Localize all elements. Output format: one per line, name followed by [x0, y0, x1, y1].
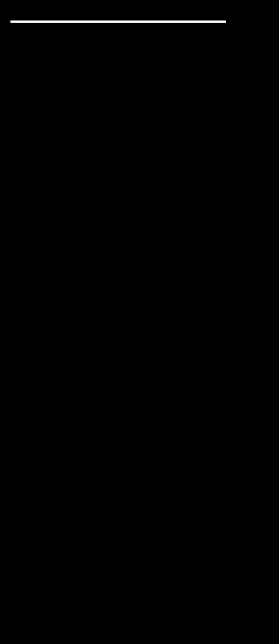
scale-sample-line-icon: [191, 639, 200, 641]
large-gaps-legend: [3, 637, 7, 643]
alignment-overview-canvas: [0, 0, 279, 644]
ruler-bar: [10, 20, 226, 23]
